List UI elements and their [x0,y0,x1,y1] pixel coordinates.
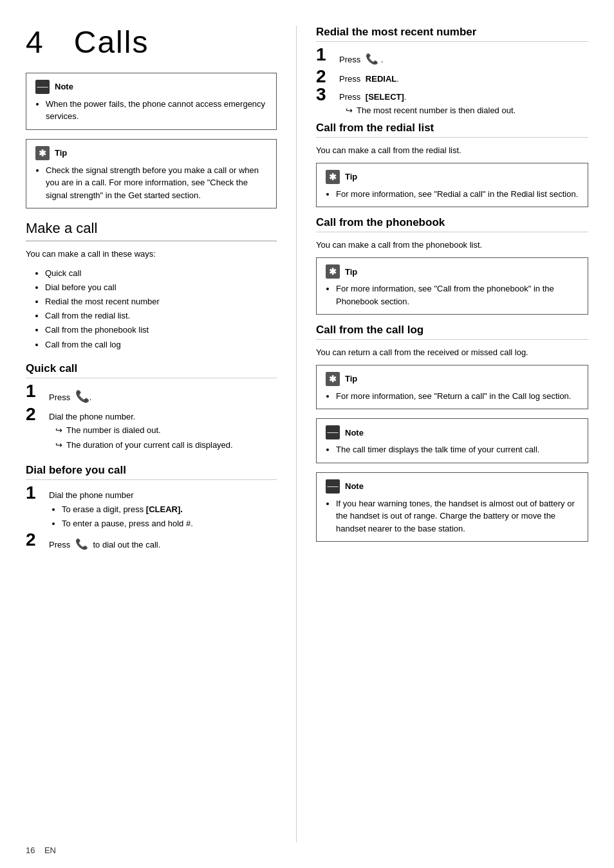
tip-icon-redial: ✱ [326,170,340,184]
dial-step-number-2: 2 [26,531,49,549]
dial-step-content-1: Dial the phone number To erase a digit, … [49,489,193,531]
tip-list-redial: For more information, see "Redial a call… [336,188,579,201]
quick-call-section: Quick call 1 Press 📞. 2 Dial the phone n… [26,362,277,454]
hash-icon: #. [186,517,193,531]
call-redial-list-section: Call from the redial list You can make a… [316,122,588,207]
step-content-1: Press 📞. [49,387,91,406]
tip-label-redial: Tip [345,172,357,181]
call-phonebook-section: Call from the phonebook You can make a c… [316,216,588,315]
redial-step1: 1 Press 📞. [316,48,588,68]
redial-most-recent-section: Redial the most recent number 1 Press 📞.… [316,26,588,119]
note-text-1: When the power fails, the phone cannot a… [46,98,267,123]
make-a-call-title: Make a call [26,220,277,241]
call-log-title: Call from the call log [316,324,588,340]
tip-icon-1: ✱ [35,146,50,160]
note-list-1: When the power fails, the phone cannot a… [46,98,267,123]
call-log-section: Call from the call log You can return a … [316,324,588,409]
tip-icon-phonebook: ✱ [326,264,340,279]
note-icon-2: ── [326,425,340,439]
redial-step3: 3 Press [SELECT]. ↪ The most recent numb… [316,88,588,119]
tip-list-phonebook: For more information, see "Call from the… [336,282,579,308]
chapter-title: 4 Calls [26,26,277,60]
note-label-2: Note [345,428,364,438]
redial-step-number-3: 3 [316,86,339,104]
step-number-2: 2 [26,405,49,423]
tip-label-phonebook: Tip [345,267,357,277]
tip-box-call-log: ✱ Tip For more information, see "Return … [316,365,588,410]
tip-list-1: Check the signal strength before you mak… [46,164,267,202]
tip-box-redial: ✱ Tip For more information, see "Redial … [316,163,588,208]
redial-step-content-2: Press REDIAL. [339,73,399,86]
quick-call-title: Quick call [26,362,277,378]
call-phonebook-intro: You can make a call from the phonebook l… [316,239,588,252]
tip-label-1: Tip [55,148,67,158]
arrow-text-2: The duration of your current call is dis… [66,439,233,452]
step-number-1: 1 [26,382,49,400]
note-box-1: ── Note When the power fails, the phone … [26,73,277,130]
quick-call-step2: 2 Dial the phone number. ↪ The number is… [26,408,277,453]
tip-box-1: ✱ Tip Check the signal strength before y… [26,139,277,209]
make-a-call-section: Make a call You can make a call in these… [26,220,277,351]
list-item: To enter a pause, press and hold #. [62,517,193,531]
redial-bold: REDIAL [366,74,396,84]
make-a-call-intro: You can make a call in these ways: [26,248,277,261]
arrow-sym-2: ↪ [55,439,62,452]
list-item: Redial the most recent number [45,295,277,309]
call-redial-list-title: Call from the redial list [316,122,588,138]
redial-select-bold: [SELECT] [366,92,404,102]
note-list-3: If you hear warning tones, the handset i… [336,497,579,535]
chapter-title-text: Calls [74,25,149,59]
dial-before-section: Dial before you call 1 Dial the phone nu… [26,464,277,553]
list-item: Dial before you call [45,281,277,295]
note-icon-1: ── [35,80,50,94]
note-text-2: The call timer displays the talk time of… [336,443,579,456]
note-label-1: Note [55,82,73,91]
list-item: To erase a digit, press [CLEAR]. [62,503,193,517]
dial-step-content-2: Press 📞 to dial out the call. [49,536,160,553]
redial-step-content-1: Press 📞. [339,51,383,68]
tip-icon-call-log: ✱ [326,372,340,386]
phone-call-icon: 📞 [75,390,89,403]
dial-before-bullets: To erase a digit, press [CLEAR]. To ente… [62,503,193,531]
list-item: Quick call [45,266,277,281]
tip-list-call-log: For more information, see "Return a call… [336,390,579,403]
redial-step-number-2: 2 [316,68,339,86]
dial-before-step2: 2 Press 📞 to dial out the call. [26,533,277,553]
redial-step-content-3: Press [SELECT]. ↪ The most recent number… [339,91,516,119]
tip-box-phonebook: ✱ Tip For more information, see "Call fr… [316,257,588,315]
list-item: Call from the call log [45,338,277,352]
dial-before-step1: 1 Dial the phone number To erase a digit… [26,486,277,531]
dial-step-number-1: 1 [26,484,49,502]
tip-text-phonebook: For more information, see "Call from the… [336,282,579,308]
footer-lang: EN [44,845,56,855]
phone-call-icon-2: 📞 [75,539,88,549]
tip-label-call-log: Tip [345,374,357,383]
list-item: Call from the redial list. [45,309,277,323]
arrow-sym-1: ↪ [55,424,62,438]
footer-page-number: 16 [26,845,35,855]
redial-most-recent-title: Redial the most recent number [316,26,588,42]
page-footer: 16 EN [26,845,56,855]
note-icon-3: ── [326,479,340,494]
tip-text-call-log: For more information, see "Return a call… [336,390,579,403]
redial-arrow-text: The most recent number is then dialed ou… [357,104,516,118]
redial-arrow: ↪ The most recent number is then dialed … [346,104,516,118]
tip-text-1: Check the signal strength before you mak… [46,164,267,202]
ways-list: Quick call Dial before you call Redial t… [45,266,277,352]
chapter-number: 4 [26,25,44,59]
call-log-intro: You can return a call from the received … [316,346,588,360]
redial-step-number-1: 1 [316,46,339,64]
left-column: 4 Calls ── Note When the power fails, th… [26,26,296,842]
redial-step2: 2 Press REDIAL. [316,70,588,86]
arrow-item-1: ↪ The number is dialed out. [55,424,233,438]
tip-text-redial: For more information, see "Redial a call… [336,188,579,201]
arrow-item-2: ↪ The duration of your current call is d… [55,439,233,452]
note-label-3: Note [345,481,364,491]
note-box-3: ── Note If you hear warning tones, the h… [316,472,588,542]
note-box-2: ── Note The call timer displays the talk… [316,418,588,463]
call-redial-list-intro: You can make a call from the redial list… [316,144,588,158]
right-column: Redial the most recent number 1 Press 📞.… [296,26,588,842]
arrow-text-1: The number is dialed out. [66,424,161,438]
list-item: Call from the phonebook list [45,323,277,337]
quick-call-step1: 1 Press 📞. [26,385,277,406]
